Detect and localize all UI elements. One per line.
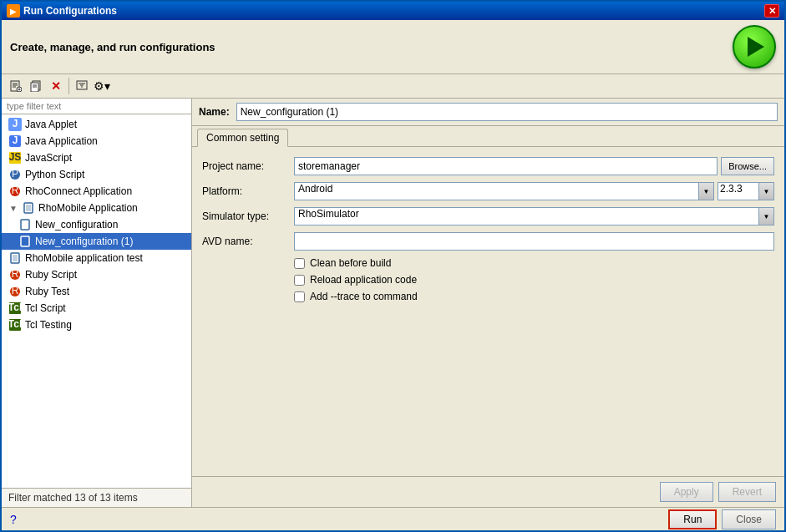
javascript-icon: JS xyxy=(8,151,22,165)
footer-buttons: Run Close xyxy=(668,509,776,529)
left-footer: Filter matched 13 of 13 items xyxy=(2,488,191,507)
window-icon: ▶ xyxy=(7,4,20,18)
rhomobile-icon xyxy=(22,201,35,215)
right-bottom-bar: Apply Revert xyxy=(192,476,784,507)
help-button[interactable]: ? xyxy=(10,513,17,526)
reload-application-code-label: Reload application code xyxy=(310,274,417,286)
simulator-type-row: Simulator type: RhoSimulator ▼ xyxy=(202,207,774,225)
filter-status-text: Filter matched 13 of 13 items xyxy=(8,492,138,504)
main-content: J Java Applet J Java Application xyxy=(2,99,784,507)
tcl-testing-label: Tcl Testing xyxy=(25,319,72,331)
tree-item-tcl-script[interactable]: Tcl Tcl Script xyxy=(2,300,191,317)
tree-item-new-configuration-1[interactable]: New_configuration (1) xyxy=(2,233,191,250)
delete-config-button[interactable]: ✕ xyxy=(47,77,65,95)
subtitle-text: Create, manage, and run configurations xyxy=(10,41,216,53)
browse-button[interactable]: Browse... xyxy=(721,157,774,175)
tree-item-tcl-testing[interactable]: Tcl Tcl Testing xyxy=(2,317,191,333)
python-script-icon: P xyxy=(8,168,22,181)
svg-text:R: R xyxy=(12,185,19,196)
tree-item-python-script[interactable]: P Python Script xyxy=(2,166,191,183)
revert-button[interactable]: Revert xyxy=(718,482,776,502)
footer-bar: ? Run Close xyxy=(2,507,784,530)
subtitle-bar: Create, manage, and run configurations xyxy=(2,20,784,74)
rhomobile-label: RhoMobile Application xyxy=(38,202,138,214)
svg-text:Tcl: Tcl xyxy=(9,302,21,313)
tree-item-javascript[interactable]: JS JavaScript xyxy=(2,149,191,166)
rhoconnect-icon: R xyxy=(8,185,22,198)
tree-item-rhomobile-test[interactable]: RhoMobile application test xyxy=(2,250,191,266)
java-application-label: Java Application xyxy=(25,135,98,147)
window-title: Run Configurations xyxy=(23,5,117,17)
add-trace-label: Add --trace to command xyxy=(310,291,418,302)
tree-item-ruby-script[interactable]: R Ruby Script xyxy=(2,266,191,283)
platform-dropdown-arrow[interactable]: ▼ xyxy=(699,182,714,200)
java-applet-icon: J xyxy=(8,118,22,131)
javascript-label: JavaScript xyxy=(25,152,72,164)
new-config-button[interactable] xyxy=(7,77,25,95)
simulator-type-dropdown-arrow[interactable]: ▼ xyxy=(759,207,774,225)
version-dropdown-arrow[interactable]: ▼ xyxy=(759,182,774,200)
new-configuration-icon xyxy=(18,218,32,231)
platform-row: Platform: Android ▼ 2.3.3 ▼ xyxy=(202,182,774,200)
big-run-button[interactable] xyxy=(733,25,776,68)
new-configuration-1-icon xyxy=(18,235,32,248)
settings-dropdown-button[interactable]: ⚙▾ xyxy=(93,77,111,95)
svg-rect-26 xyxy=(26,205,31,211)
add-trace-checkbox[interactable] xyxy=(294,291,305,302)
settings-panel: Project name: Browse... Platform: Androi… xyxy=(192,147,784,476)
platform-label: Platform: xyxy=(202,185,294,197)
tree-item-rhomobile[interactable]: ▼ RhoMobile Application xyxy=(2,200,191,216)
run-button[interactable]: Run xyxy=(668,509,717,529)
rhomobile-test-label: RhoMobile application test xyxy=(25,252,143,264)
apply-button[interactable]: Apply xyxy=(660,482,713,502)
svg-rect-27 xyxy=(21,220,29,230)
svg-text:J: J xyxy=(13,119,18,129)
tree-item-rhoconnect[interactable]: R RhoConnect Application xyxy=(2,183,191,200)
tree-item-java-application[interactable]: J Java Application xyxy=(2,133,191,149)
rhomobile-test-icon xyxy=(8,251,22,265)
avd-name-label: AVD name: xyxy=(202,236,294,247)
filter-input[interactable] xyxy=(2,99,191,114)
filter-button[interactable] xyxy=(73,77,91,95)
close-window-button[interactable]: ✕ xyxy=(764,4,779,18)
tcl-script-icon: Tcl xyxy=(8,301,22,315)
duplicate-config-button[interactable] xyxy=(27,77,45,95)
title-bar: ▶ Run Configurations ✕ xyxy=(2,2,784,20)
tcl-testing-icon: Tcl xyxy=(8,318,22,332)
python-script-label: Python Script xyxy=(25,169,84,180)
svg-rect-28 xyxy=(21,236,29,246)
simulator-type-select-wrapper: RhoSimulator ▼ xyxy=(294,207,774,225)
clean-before-build-checkbox[interactable] xyxy=(294,258,305,269)
add-trace-row: Add --trace to command xyxy=(294,291,774,302)
right-panel: Name: Common setting Project name: Brows… xyxy=(192,99,784,507)
tree-item-ruby-test[interactable]: R Ruby Test xyxy=(2,283,191,300)
close-button[interactable]: Close xyxy=(722,509,776,529)
reload-app-code-row: Reload application code xyxy=(294,274,774,286)
name-input[interactable] xyxy=(236,103,778,121)
tree-items: J Java Applet J Java Application xyxy=(2,114,191,488)
java-application-icon: J xyxy=(8,134,22,148)
new-configuration-1-label: New_configuration (1) xyxy=(35,236,133,247)
run-configurations-window: ▶ Run Configurations ✕ Create, manage, a… xyxy=(0,0,786,532)
reload-application-code-checkbox[interactable] xyxy=(294,275,305,286)
avd-name-input[interactable] xyxy=(294,232,774,251)
platform-select-display[interactable]: Android xyxy=(294,182,699,200)
tab-common-setting[interactable]: Common setting xyxy=(197,129,288,147)
platform-select-wrapper: Android ▼ xyxy=(294,182,714,200)
version-select-display[interactable]: 2.3.3 xyxy=(718,182,759,200)
tree-item-java-applet[interactable]: J Java Applet xyxy=(2,116,191,133)
avd-name-row: AVD name: xyxy=(202,232,774,251)
tcl-script-label: Tcl Script xyxy=(25,302,66,314)
version-wrapper: 2.3.3 ▼ xyxy=(718,182,774,200)
toolbar: ✕ ⚙▾ xyxy=(2,74,784,99)
ruby-test-icon: R xyxy=(8,285,22,298)
project-name-label: Project name: xyxy=(202,160,294,172)
rhomobile-expand-icon: ▼ xyxy=(8,203,18,213)
name-label: Name: xyxy=(199,106,230,118)
project-name-input[interactable] xyxy=(294,157,718,175)
title-bar-left: ▶ Run Configurations xyxy=(7,4,117,18)
tab-bar: Common setting xyxy=(192,126,784,147)
ruby-script-label: Ruby Script xyxy=(25,269,77,281)
tree-item-new-configuration[interactable]: New_configuration xyxy=(2,216,191,233)
simulator-type-display[interactable]: RhoSimulator xyxy=(294,207,759,225)
